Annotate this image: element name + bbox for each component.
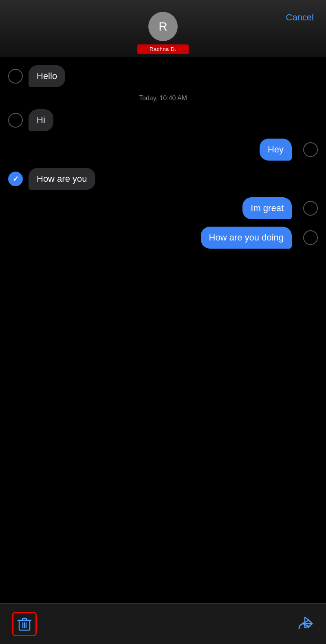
message-row: Im great: [0, 197, 326, 219]
message-text-msg6: How are you doing: [209, 232, 284, 243]
avatar-letter: R: [159, 20, 167, 33]
message-text-msg1: Hello: [37, 71, 57, 81]
message-bubble-msg3[interactable]: Hey: [260, 139, 292, 161]
message-bubble-msg6[interactable]: How are you doing: [201, 227, 292, 249]
message-text-msg3: Hey: [268, 144, 284, 154]
select-circle-msg1[interactable]: [8, 69, 23, 84]
checkmark-icon: ✓: [13, 174, 19, 183]
message-row: Hey: [0, 139, 326, 161]
message-row: Hello: [0, 65, 326, 87]
message-bubble-msg1[interactable]: Hello: [29, 65, 65, 87]
avatar: R: [148, 12, 178, 41]
message-text-msg4: How are you: [37, 174, 87, 184]
messages-area: Hello Today, 10:40 AM Hi Hey ✓ How are y…: [0, 57, 326, 603]
select-circle-msg4[interactable]: ✓: [8, 172, 23, 186]
contact-name-bar: Rachna D.: [137, 44, 189, 54]
message-row: How are you doing: [0, 227, 326, 249]
timestamp-label: Today, 10:40 AM: [139, 95, 187, 101]
select-circle-msg2[interactable]: [8, 113, 23, 128]
cancel-button[interactable]: Cancel: [286, 12, 314, 23]
trash-icon: [16, 615, 33, 633]
message-bubble-msg5[interactable]: Im great: [242, 197, 292, 219]
delete-button[interactable]: [12, 612, 37, 636]
select-circle-msg3[interactable]: [303, 142, 318, 157]
select-circle-msg6[interactable]: [303, 230, 318, 245]
select-circle-msg5[interactable]: [303, 201, 318, 216]
message-row: ✓ How are you: [0, 168, 326, 190]
timestamp: Today, 10:40 AM: [0, 95, 326, 102]
contact-name: Rachna D.: [150, 46, 176, 52]
message-row: Hi: [0, 109, 326, 131]
message-text-msg5: Im great: [251, 203, 284, 213]
message-bubble-msg4[interactable]: How are you: [29, 168, 95, 190]
message-bubble-msg2[interactable]: Hi: [29, 109, 53, 131]
header: R Rachna D. Cancel: [0, 0, 326, 57]
message-text-msg2: Hi: [37, 115, 45, 125]
share-button[interactable]: [297, 615, 314, 633]
bottom-toolbar: [0, 603, 326, 644]
